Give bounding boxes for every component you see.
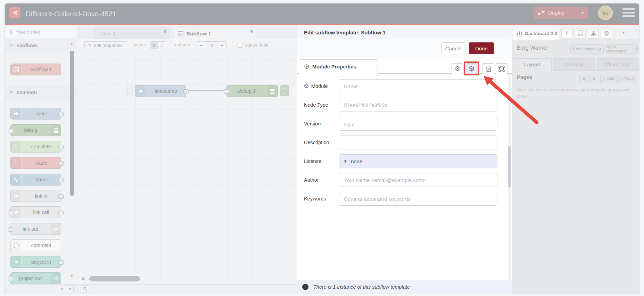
field-label-text: Node Type [304,102,328,108]
field-label-text: Version [304,121,321,126]
version-input[interactable] [339,117,497,131]
tray-header: Edit subflow template: Subflow 1 [297,26,512,39]
gear-icon: ⚙ [454,65,460,72]
license-select[interactable]: ▼ none [339,154,497,168]
description-field-label: Description [304,140,339,145]
module-input[interactable] [339,79,497,93]
done-button[interactable]: Done [469,42,494,54]
object-group-icon [498,66,505,72]
node-type-field-label: Node Type [304,102,339,108]
license-field-label: License [304,158,339,164]
keywords-input[interactable] [339,192,497,206]
cube-icon [304,84,309,89]
tab-module-properties[interactable]: Module Properties [299,59,378,74]
description-input[interactable] [339,135,497,149]
field-label-text: Module [311,83,328,89]
caret-down-icon: ▼ [344,159,347,163]
tray-title: Edit subflow template: Subflow 1 [304,30,386,35]
tray-scrollbar-thumb[interactable] [508,146,511,188]
field-label-text: Keywords [304,196,326,202]
info-circle-icon: i [302,284,308,290]
annotation-highlight-box [464,61,479,75]
author-input[interactable] [339,173,497,187]
field-label-text: License [304,158,321,164]
node-settings-tab-button[interactable]: ⚙ [452,63,463,74]
annotation-arrow-shaft [490,82,537,122]
cancel-button[interactable]: Cancel [441,42,465,54]
field-label-text: Author [304,177,319,183]
tray-footer: i There is 1 instance of this subflow te… [297,280,512,294]
module-field-label: Module [304,83,339,89]
field-label-text: Description [304,140,329,145]
annotation-arrow [479,71,540,125]
keywords-field-label: Keywords [304,196,339,202]
cube-icon [304,64,309,69]
document-icon [486,66,491,72]
node-red-editor: Different-Collared-Dove-4521 Deploy ▾ su… [0,0,644,296]
tab-label: Module Properties [312,64,356,69]
author-field-label: Author [304,177,339,183]
version-field-label: Version [304,121,339,126]
license-value: none [351,158,362,164]
node-type-input[interactable] [339,98,497,112]
instance-count-text: There is 1 instance of this subflow temp… [313,284,410,290]
